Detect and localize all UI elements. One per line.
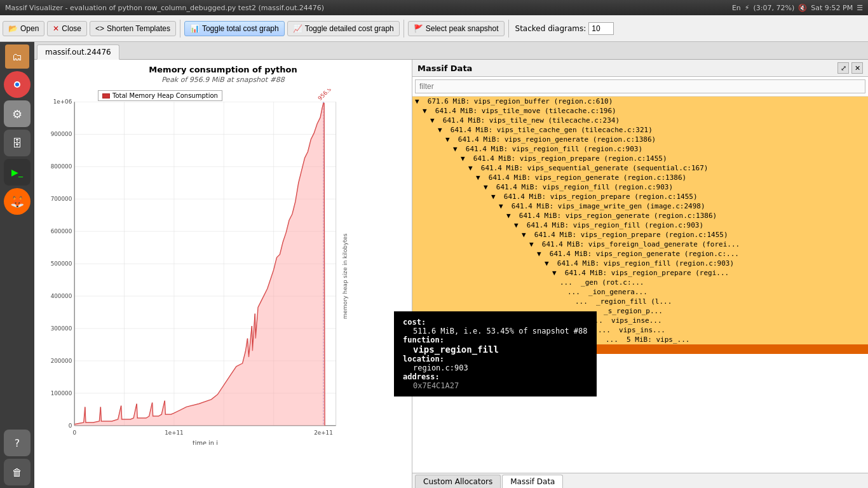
tree-row[interactable]: ▼ 641.4 MiB: vips_tile_cache_gen (tileca… bbox=[412, 125, 868, 135]
tree-row[interactable]: ▼ 641.4 MiB: vips_image_write_gen (image… bbox=[412, 201, 868, 211]
close-tree-icon[interactable]: ✕ bbox=[851, 62, 863, 74]
svg-text:300000: 300000 bbox=[51, 325, 72, 332]
svg-text:900000: 900000 bbox=[51, 131, 72, 137]
tree-row[interactable]: ▼ 641.4 MiB: vips_region_generate (regio… bbox=[412, 173, 868, 182]
toggle-detailed-icon: 📈 bbox=[293, 24, 302, 33]
content-area: massif.out.24476 Memory consumption of p… bbox=[34, 42, 868, 488]
tree-header: Massif Data ⤢ ✕ bbox=[412, 60, 868, 77]
keyboard-lang: En bbox=[732, 4, 741, 12]
close-button[interactable]: ✕ Close bbox=[47, 21, 87, 36]
svg-text:400000: 400000 bbox=[51, 293, 72, 299]
tree-row[interactable]: ... _ion_genera... bbox=[412, 287, 868, 297]
tab-massif-data[interactable]: Massif Data bbox=[502, 475, 563, 488]
tree-row[interactable]: ... _region_fill (l... bbox=[412, 297, 868, 306]
svg-text:100000: 100000 bbox=[51, 390, 72, 396]
tree-row[interactable]: ▼ 641.4 MiB: vips_tile_new (tilecache.c:… bbox=[412, 116, 868, 125]
close-icon: ✕ bbox=[53, 24, 59, 33]
tree-row[interactable]: ... vips_ins... bbox=[412, 325, 868, 335]
filter-input[interactable] bbox=[415, 79, 865, 93]
svg-text:time in i: time in i bbox=[193, 440, 218, 445]
toggle-detailed-button[interactable]: 📈 Toggle detailed cost graph bbox=[287, 21, 400, 36]
tree-row[interactable]: ▼ 641.4 MiB: vips_region_generate (regio… bbox=[412, 135, 868, 144]
toggle-total-icon: 📊 bbox=[190, 24, 200, 33]
custom-tab-label: Custom Allocators bbox=[423, 477, 492, 486]
volume-icon: 🔇 bbox=[798, 4, 807, 12]
tree-row[interactable]: ▼ 641.4 MiB: vips_region_prepare (region… bbox=[412, 230, 868, 240]
orange-bar-row[interactable]: 511.6 MiB: vi... bbox=[412, 344, 868, 354]
svg-text:600000: 600000 bbox=[51, 228, 72, 234]
tree-content[interactable]: ▼ 671.6 MiB: vips_region_buffer (region.… bbox=[412, 97, 868, 473]
svg-text:0: 0 bbox=[69, 423, 72, 429]
tree-row[interactable]: ... vips_inse... bbox=[412, 316, 868, 325]
tree-row[interactable]: ▼ 641.4 MiB: vips_sequential_generate (s… bbox=[412, 163, 868, 173]
tree-row[interactable]: ▼ 129.8 MiB: vips_reg... bbox=[412, 363, 868, 373]
terminal-icon[interactable]: ▶_ bbox=[4, 159, 31, 186]
systray: En ⚡ (3:07, 72%) 🔇 Sat 9:52 PM ☰ bbox=[732, 4, 863, 12]
tree-row[interactable]: ▼ 108.1 MiB: vi... bbox=[412, 383, 868, 392]
tree-row[interactable]: ▼ 641.4 MiB: vips_region_fill (region.c:… bbox=[412, 259, 868, 268]
shorten-icon: <> bbox=[95, 24, 104, 33]
tree-row[interactable]: ▼ 641.4 MiB: vips_tile_move (tilecache.c… bbox=[412, 106, 868, 116]
select-peak-button[interactable]: 🚩 Select peak snapshot bbox=[408, 21, 505, 36]
svg-text:956.9 MiB: 956.9 MiB bbox=[316, 89, 341, 102]
graph-area: 0 100000 200000 300000 400000 500000 600… bbox=[50, 89, 407, 445]
settings-icon[interactable]: ⚙ bbox=[4, 100, 31, 127]
open-label: Open bbox=[20, 24, 39, 33]
separator2 bbox=[403, 20, 404, 37]
graph-panel: Memory consumption of python Peak of 956… bbox=[34, 60, 412, 488]
stacked-label: Stacked diagrams: bbox=[515, 24, 587, 33]
svg-text:500000: 500000 bbox=[51, 261, 72, 267]
tab-massif[interactable]: massif.out.24476 bbox=[37, 44, 119, 60]
trash-icon[interactable]: 🗑 bbox=[4, 459, 31, 485]
tree-row[interactable]: ▼ 641.4 MiB: vips_region_fill (region.c:… bbox=[412, 220, 868, 230]
expand-icon[interactable]: ⤢ bbox=[837, 62, 849, 74]
svg-marker-40 bbox=[74, 103, 325, 425]
shorten-templates-button[interactable]: <> Shorten Templates bbox=[90, 21, 176, 36]
tree-controls: ⤢ ✕ bbox=[837, 62, 863, 74]
tree-row[interactable]: ▼ 641.4 MiB: vips_foreign_load_generate … bbox=[412, 240, 868, 249]
toggle-total-label: Toggle total cost graph bbox=[202, 24, 279, 33]
tab-custom-allocators[interactable]: Custom Allocators bbox=[415, 475, 501, 488]
tree-row[interactable]: ▼ 129.8 MiB: vips_extrac... bbox=[412, 354, 868, 363]
graph-subtitle: Peak of 956.9 MiB at snapshot #88 bbox=[39, 76, 407, 84]
svg-text:200000: 200000 bbox=[51, 358, 72, 364]
wincontrols: ☰ bbox=[857, 4, 863, 12]
tree-row[interactable]: ▼ 641.4 MiB: vips_region_fill (region.c:… bbox=[412, 182, 868, 192]
peak-icon: 🚩 bbox=[414, 24, 423, 33]
window-title: Massif Visualizer - evaluation of python… bbox=[5, 4, 324, 12]
tree-row[interactable]: ... _s_region_p... bbox=[412, 306, 868, 316]
toolbar: 📂 Open ✕ Close <> Shorten Templates 📊 To… bbox=[0, 15, 868, 42]
tree-row[interactable]: ▼ 641.4 MiB: vips_region_generate (regio… bbox=[412, 211, 868, 220]
separator3 bbox=[508, 20, 509, 37]
stacked-input[interactable] bbox=[588, 22, 614, 35]
firefox-icon[interactable]: 🦊 bbox=[4, 188, 31, 215]
tree-row[interactable]: ▼ 671.6 MiB: vips_region_buffer (region.… bbox=[412, 97, 868, 106]
tree-row[interactable]: ▼ 641.4 MiB: vips_region_prepare (region… bbox=[412, 154, 868, 163]
tree-row[interactable]: ▼ 641.4 MiB: vips_region_prepare (region… bbox=[412, 192, 868, 201]
tree-row[interactable]: ▼ 641.4 MiB: vips_region_fill (region.c:… bbox=[412, 144, 868, 154]
tree-row[interactable]: ▼ 108.1 MiB: vips_... bbox=[412, 373, 868, 383]
shorten-label: Shorten Templates bbox=[107, 24, 170, 33]
toggle-total-button[interactable]: 📊 Toggle total cost graph bbox=[184, 21, 285, 36]
svg-text:1e+11: 1e+11 bbox=[165, 430, 184, 436]
tab-bar: massif.out.24476 bbox=[34, 42, 868, 60]
tab-massif-label: massif.out.24476 bbox=[45, 48, 111, 57]
graph-svg: 0 100000 200000 300000 400000 500000 600… bbox=[50, 89, 355, 445]
titlebar: Massif Visualizer - evaluation of python… bbox=[0, 0, 868, 15]
tree-row[interactable]: ... 5 MiB: vips_... bbox=[412, 335, 868, 344]
storage-icon[interactable]: 🗄 bbox=[4, 130, 31, 156]
tree-row[interactable]: ... _gen (rot.c:... bbox=[412, 278, 868, 287]
svg-text:2e+11: 2e+11 bbox=[314, 430, 333, 436]
tooltip-anchor-row[interactable]: ▼ 641.4 MiB: vips_region_prepare (regi..… bbox=[412, 268, 868, 278]
massif-tab-label: Massif Data bbox=[510, 477, 555, 486]
open-button[interactable]: 📂 Open bbox=[3, 21, 44, 36]
svg-text:memory heap size in kilobytes: memory heap size in kilobytes bbox=[342, 233, 348, 319]
svg-text:0: 0 bbox=[72, 430, 76, 436]
help-icon[interactable]: ? bbox=[4, 430, 31, 456]
files-icon[interactable]: 🗂 bbox=[5, 44, 29, 69]
bluetooth-icon: ⚡ bbox=[745, 4, 750, 12]
graph-title: Memory consumption of python bbox=[39, 65, 407, 74]
separator1 bbox=[180, 20, 180, 37]
chrome-icon[interactable] bbox=[4, 71, 31, 98]
tree-row[interactable]: ▼ 641.4 MiB: vips_region_generate (regio… bbox=[412, 249, 868, 259]
